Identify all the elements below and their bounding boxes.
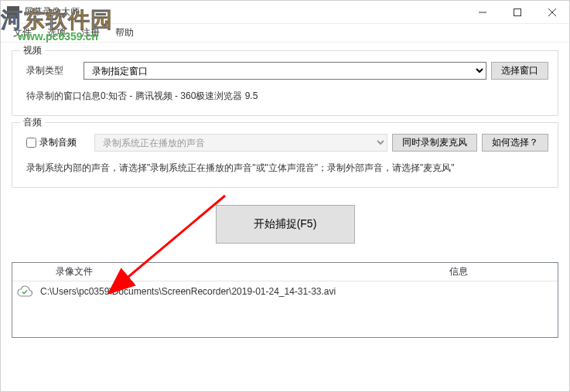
record-audio-checkbox-label[interactable]: 录制音频 [22,136,94,149]
menubar: 文件 选项 注册 帮助 [1,24,569,43]
titlebar: 屏幕录像大师 [1,1,569,24]
svg-rect-1 [514,9,521,15]
window-info-text: 待录制的窗口信息0:知否 - 腾讯视频 - 360极速浏览器 9.5 [22,86,548,106]
column-info-header[interactable]: 信息 [449,265,558,278]
window-title: 屏幕录像大师 [24,5,465,19]
video-group-title: 视频 [20,44,45,57]
close-button[interactable] [534,1,569,24]
recordings-list: 录像文件 信息 C:\Users\pc0359\Documents\Screen… [12,262,558,338]
menu-file[interactable]: 文件 [5,24,39,42]
audio-group: 音频 录制音频 录制系统正在播放的声音 同时录制麦克风 如何选择？ 录制系统内部… [12,122,558,188]
column-file-header[interactable]: 录像文件 [37,265,449,278]
app-icon [7,6,19,19]
minimize-button[interactable] [465,1,500,24]
record-type-select[interactable]: 录制指定窗口 [84,62,486,80]
audio-source-select: 录制系统正在播放的声音 [94,134,387,152]
menu-options[interactable]: 选项 [39,24,73,42]
how-to-choose-button[interactable]: 如何选择？ [482,134,548,152]
menu-help[interactable]: 帮助 [108,24,142,42]
record-audio-checkbox[interactable] [26,138,36,148]
video-group: 视频 录制类型 录制指定窗口 选择窗口 待录制的窗口信息0:知否 - 腾讯视频 … [12,50,558,116]
start-capture-button[interactable]: 开始捕捉(F5) [216,205,355,244]
file-path: C:\Users\pc0359\Documents\ScreenRecorder… [37,286,449,297]
menu-register[interactable]: 注册 [73,24,108,42]
record-mic-button[interactable]: 同时录制麦克风 [392,134,477,152]
audio-hint-text: 录制系统内部的声音，请选择"录制系统正在播放的声音"或"立体声混音"；录制外部声… [22,158,548,178]
list-header: 录像文件 信息 [12,263,558,281]
record-audio-label: 录制音频 [39,136,77,149]
select-window-button[interactable]: 选择窗口 [491,62,548,80]
table-row[interactable]: C:\Users\pc0359\Documents\ScreenRecorder… [12,281,558,302]
record-type-label: 录制类型 [22,64,84,77]
cloud-check-icon [12,285,37,298]
audio-group-title: 音频 [20,116,45,129]
maximize-button[interactable] [500,1,534,24]
